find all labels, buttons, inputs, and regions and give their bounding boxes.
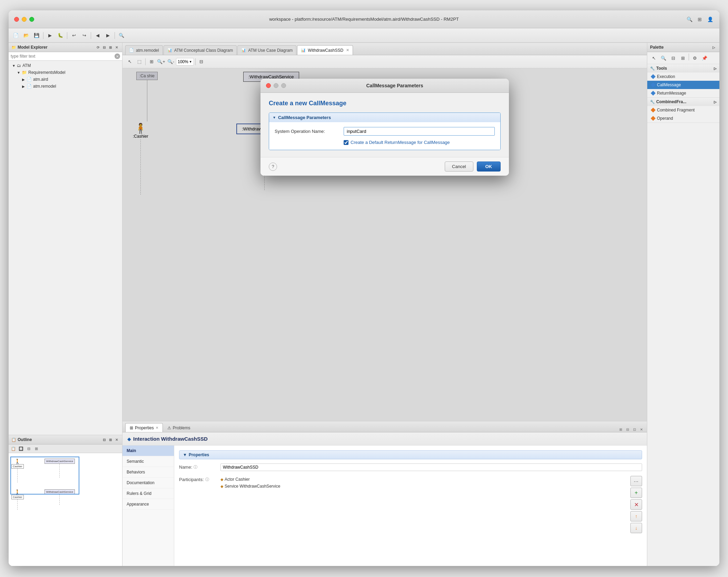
tab-class-diagram[interactable]: 📊 ATM Conceptual Class Diagram: [164, 45, 237, 55]
debug-btn[interactable]: 🐛: [56, 31, 65, 40]
system-operation-input[interactable]: [344, 127, 495, 136]
search-icon[interactable]: 🔍: [686, 16, 693, 23]
prop-help-name[interactable]: ⓘ: [194, 464, 197, 470]
outline-toolbar-btn3[interactable]: ⊟: [25, 445, 32, 452]
nav-rulers-grid[interactable]: Rulers & Grid: [122, 488, 174, 499]
cancel-button[interactable]: Cancel: [445, 162, 473, 172]
marquee-tool-btn[interactable]: ⬚: [135, 57, 144, 66]
props-action-btn1[interactable]: ⊞: [618, 427, 623, 432]
tree-item-atm[interactable]: ▼ 🗂 ATM: [9, 62, 122, 69]
open-btn[interactable]: 📂: [22, 31, 31, 40]
diagram-canvas[interactable]: :Ca shie :WithdrawCashService 🧍: [122, 68, 647, 421]
props-section-toggle[interactable]: ▼: [183, 452, 187, 457]
tree-expander-aird[interactable]: ▶: [21, 77, 26, 82]
dialog-toggle-icon[interactable]: ▼: [273, 116, 276, 119]
close-panel-btn[interactable]: ✕: [114, 45, 119, 50]
expand-all-btn[interactable]: ⊞: [108, 45, 113, 50]
nav-fwd-btn[interactable]: ▶: [104, 31, 112, 40]
nav-back-btn[interactable]: ◀: [93, 31, 102, 40]
run-btn[interactable]: ▶: [46, 31, 55, 40]
save-btn[interactable]: 💾: [32, 31, 41, 40]
outline-sync-btn[interactable]: ⊟: [101, 437, 107, 442]
tab-close-ssd[interactable]: ✕: [346, 48, 349, 52]
nav-documentation[interactable]: Documentation: [122, 478, 174, 488]
dialog-close-btn[interactable]: [266, 83, 271, 88]
tree-expander-req[interactable]: ▼: [16, 70, 21, 75]
outline-max-btn[interactable]: ⊞: [108, 437, 113, 442]
nav-semantic[interactable]: Semantic: [122, 456, 174, 467]
tree-item-reqmodel[interactable]: ▼ 📁 RequirementsModel: [9, 69, 122, 76]
tree-item-remodel[interactable]: ▶ 📄 atm.remodel: [9, 83, 122, 90]
props-action-btn2[interactable]: ⊟: [625, 427, 630, 432]
minimize-button[interactable]: [22, 17, 27, 22]
palette-zoom-in-btn[interactable]: 🔍: [659, 53, 668, 62]
new-btn[interactable]: 📄: [11, 31, 20, 40]
zoom-select[interactable]: 100% ▼: [176, 58, 194, 66]
person-icon[interactable]: 👤: [706, 16, 714, 23]
maximize-button[interactable]: [29, 17, 34, 22]
palette-item-returnmessage[interactable]: ReturnMessage: [647, 89, 719, 97]
search-global-btn[interactable]: 🔍: [117, 31, 126, 40]
zoom-fit-btn[interactable]: ⊞: [147, 57, 156, 66]
tab-problems[interactable]: ⚠ Problems: [163, 423, 195, 432]
search-input[interactable]: [11, 54, 115, 59]
tab-atm-remodel[interactable]: 📄 atm.remodel: [125, 45, 163, 55]
dialog-min-btn[interactable]: [274, 83, 278, 88]
sync-btn[interactable]: ⟳: [95, 45, 101, 50]
tree-expander[interactable]: ▼: [11, 63, 16, 68]
outline-toolbar-btn4[interactable]: ⊞: [33, 445, 40, 452]
ok-button[interactable]: OK: [477, 162, 501, 172]
dialog-max-btn[interactable]: [281, 83, 286, 88]
prop-help-participants[interactable]: ⓘ: [205, 477, 209, 482]
dialog-help-btn[interactable]: ?: [269, 163, 277, 171]
outline-close-btn[interactable]: ✕: [114, 437, 119, 442]
palette-expand-btn[interactable]: ▷: [711, 45, 717, 50]
tree-expander-remodel[interactable]: ▶: [21, 84, 26, 89]
palette-layout-btn[interactable]: ⊞: [678, 53, 687, 62]
checkbox-label[interactable]: Create a Default ReturnMessage for CallM…: [351, 140, 450, 145]
collapse-all-btn[interactable]: ⊟: [101, 45, 107, 50]
tab-usecase-diagram[interactable]: 📊 ATM Use Case Diagram: [237, 45, 296, 55]
tab-properties-close[interactable]: ✕: [156, 426, 158, 430]
redo-btn[interactable]: ↪: [80, 31, 89, 40]
nav-appearance[interactable]: Appearance: [122, 499, 174, 510]
outline-toolbar-btn1[interactable]: 📋: [10, 445, 17, 452]
show-grid-btn[interactable]: ⊟: [197, 57, 206, 66]
grid-icon[interactable]: ⊞: [696, 16, 704, 23]
prop-btn-dots[interactable]: ···: [630, 476, 642, 486]
palette-item-execution[interactable]: Execution: [647, 72, 719, 81]
zoom-out-btn[interactable]: 🔍-: [166, 57, 175, 66]
palette-settings-btn[interactable]: ⚙: [690, 53, 699, 62]
tree-item-aird[interactable]: ▶ 📄 atm.aird: [9, 76, 122, 83]
prop-btn-down[interactable]: ↓: [630, 523, 642, 533]
palette-item-combined-fragment[interactable]: Combined Fragment: [647, 106, 719, 114]
name-input[interactable]: [220, 463, 642, 471]
tab-properties[interactable]: ⊞ Properties ✕: [125, 423, 163, 432]
palette-pin-btn[interactable]: 📌: [700, 53, 709, 62]
palette-group-tools-header[interactable]: 🔧 Tools ▷: [647, 64, 719, 72]
nav-main[interactable]: Main: [122, 446, 174, 456]
prop-btn-del[interactable]: ✕: [630, 499, 642, 510]
palette-cursor-btn[interactable]: ↖: [649, 53, 658, 62]
palette-zoom-out-btn[interactable]: ⊟: [669, 53, 678, 62]
undo-btn[interactable]: ↩: [69, 31, 78, 40]
palette-item-execution-label: Execution: [657, 74, 675, 79]
outline-content[interactable]: 🚶 Cashier WithdrawCashService: [9, 453, 122, 566]
prop-btn-up[interactable]: ↑: [630, 511, 642, 521]
select-tool-btn[interactable]: ↖: [125, 57, 134, 66]
zoom-in-btn[interactable]: 🔍+: [157, 57, 166, 66]
tab-withdraw-ssd[interactable]: 📊 WithdrawCashSSD ✕: [297, 45, 353, 55]
outline-panel: 📋 Outline ⊟ ⊞ ✕ 📋 🔲 ⊟ ⊞: [9, 435, 122, 566]
palette-item-operand[interactable]: Operand: [647, 114, 719, 123]
search-clear-btn[interactable]: ✕: [115, 53, 120, 59]
palette-group-combined-header[interactable]: 🔧 CombinedFra... ▷: [647, 98, 719, 106]
props-max-btn[interactable]: ⊡: [632, 427, 637, 432]
sep1: [43, 32, 43, 39]
create-return-msg-checkbox[interactable]: [344, 140, 348, 145]
palette-item-callmessage[interactable]: CallMessage: [647, 81, 719, 89]
close-button[interactable]: [14, 17, 19, 22]
nav-behaviors[interactable]: Behaviors: [122, 467, 174, 478]
outline-toolbar-btn2[interactable]: 🔲: [18, 445, 24, 452]
prop-btn-add[interactable]: +: [630, 488, 642, 498]
props-close-btn[interactable]: ✕: [639, 427, 644, 432]
